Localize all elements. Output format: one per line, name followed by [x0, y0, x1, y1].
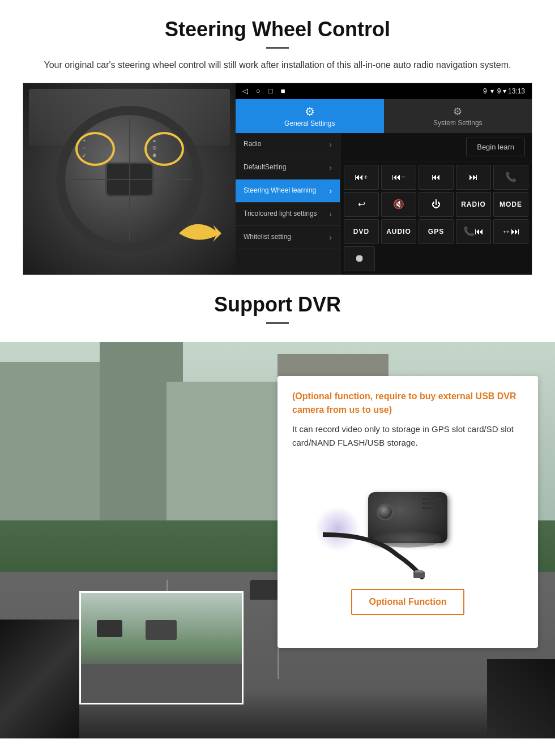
ctrl-radio[interactable]: RADIO [456, 192, 491, 217]
menu-item-steering-label: Steering Wheel learning [244, 186, 316, 195]
tab-general-label: General Settings [284, 119, 335, 127]
steering-section: Steering Wheel Control Your original car… [0, 0, 555, 275]
dvr-camera-image [292, 461, 523, 574]
wifi-icon: ▾ [490, 87, 494, 95]
steering-photo-bg: +−↙ ≡⊙⊕ [23, 83, 236, 275]
ctrl-prev[interactable]: ⏮ [419, 165, 454, 190]
tab-system-label: System Settings [433, 119, 483, 127]
tab-general[interactable]: ⚙ General Settings [236, 99, 384, 133]
ctrl-vol-up[interactable]: ⏮+ [344, 165, 379, 190]
usb-cable-icon [323, 509, 425, 583]
ctrl-hangup[interactable]: ↩ [344, 192, 379, 217]
ctrl-dvd[interactable]: DVD [344, 219, 379, 244]
ctrl-mute[interactable]: 🔇 [381, 192, 416, 217]
steering-title: Steering Wheel Control [23, 17, 532, 41]
menu-item-whitelist[interactable]: Whitelist setting › [236, 226, 340, 249]
menu-content: Radio › DefaultSetting › Steering Wheel … [236, 133, 532, 275]
begin-learn-button[interactable]: Begin learn [466, 138, 525, 156]
menu-item-tricoloured[interactable]: Tricoloured light settings › [236, 203, 340, 226]
optional-function-btn-container: Optional Function [292, 583, 523, 615]
dvr-title: Support DVR [23, 292, 532, 317]
android-ui: ◁ ○ □ ■ 9 ▾ 9 ▾ 13:13 ⚙ General Settings [236, 83, 532, 275]
ctrl-gps[interactable]: GPS [419, 219, 454, 244]
menu-item-defaultsetting-label: DefaultSetting [244, 163, 286, 172]
ctrl-next[interactable]: ⏭ [456, 165, 491, 190]
menu-icon: ■ [281, 87, 285, 95]
dvr-title-divider [266, 322, 289, 324]
ctrl-extra[interactable]: ↔⏭ [493, 219, 528, 244]
steering-description: Your original car's steering wheel contr… [34, 58, 521, 72]
steering-photo: +−↙ ≡⊙⊕ [23, 83, 236, 275]
ctrl-phone-prev[interactable]: 📞⏮ [456, 219, 491, 244]
menu-item-tricoloured-label: Tricoloured light settings [244, 210, 317, 219]
optional-function-button[interactable]: Optional Function [351, 589, 465, 615]
nav-icons: ◁ ○ □ ■ [242, 87, 285, 95]
ctrl-audio[interactable]: AUDIO [381, 219, 416, 244]
menu-list: Radio › DefaultSetting › Steering Wheel … [236, 133, 340, 275]
signal-icon: 9 [483, 87, 487, 95]
sw-right-buttons: ≡⊙⊕ [144, 132, 184, 166]
camera-inset-view [79, 591, 244, 704]
dvr-info-card: (Optional function, require to buy exter… [278, 376, 538, 648]
ctrl-phone[interactable]: 📞 [493, 165, 528, 190]
settings-tabs[interactable]: ⚙ General Settings ⚙ System Settings [236, 99, 532, 133]
recent-icon: □ [268, 87, 273, 95]
dvr-desc-text: It can record video only to storage in G… [292, 422, 523, 450]
right-control-panel: Begin learn ⏮+ ⏮− ⏮ ⏭ 📞 ↩ 🔇 ⏻ [340, 133, 532, 275]
back-icon: ◁ [242, 87, 248, 95]
home-icon: ○ [256, 87, 261, 95]
dvr-optional-text: (Optional function, require to buy exter… [292, 390, 523, 417]
menu-item-radio-label: Radio [244, 140, 261, 149]
bottom-row: ⏺ [340, 243, 532, 275]
gear-icon: ⚙ [305, 105, 315, 118]
chevron-right-icon: › [329, 233, 332, 242]
menu-item-radio[interactable]: Radio › [236, 133, 340, 156]
ctrl-mode[interactable]: MODE [493, 192, 528, 217]
ctrl-power[interactable]: ⏻ [419, 192, 454, 217]
menu-item-whitelist-label: Whitelist setting [244, 233, 291, 242]
sw-left-buttons: +−↙ [75, 132, 115, 166]
dvr-section: Support DVR [0, 275, 555, 738]
ctrl-rec[interactable]: ⏺ [344, 246, 375, 271]
chevron-right-icon: › [329, 210, 332, 219]
chevron-right-icon: › [329, 140, 332, 149]
dvr-bg-photo: (Optional function, require to buy exter… [0, 342, 555, 738]
ctrl-vol-down[interactable]: ⏮− [381, 165, 416, 190]
chevron-right-icon: › [329, 163, 332, 172]
title-divider [266, 47, 289, 49]
chevron-right-icon: › [329, 186, 332, 195]
arrow-icon [173, 213, 224, 253]
svg-rect-1 [415, 570, 423, 573]
clock: 9 ▾ 13:13 [497, 87, 525, 95]
begin-learn-row: Begin learn [340, 133, 532, 161]
steering-ui-container: +−↙ ≡⊙⊕ [23, 83, 532, 275]
status-right: 9 ▾ 9 ▾ 13:13 [483, 87, 525, 95]
dvr-title-area: Support DVR [0, 275, 555, 342]
status-bar: ◁ ○ □ ■ 9 ▾ 9 ▾ 13:13 [236, 83, 532, 99]
menu-item-defaultsetting[interactable]: DefaultSetting › [236, 156, 340, 180]
menu-item-steering-learning[interactable]: Steering Wheel learning › [236, 180, 340, 203]
tab-system[interactable]: ⚙ System Settings [384, 99, 532, 133]
system-icon: ⚙ [453, 105, 462, 118]
